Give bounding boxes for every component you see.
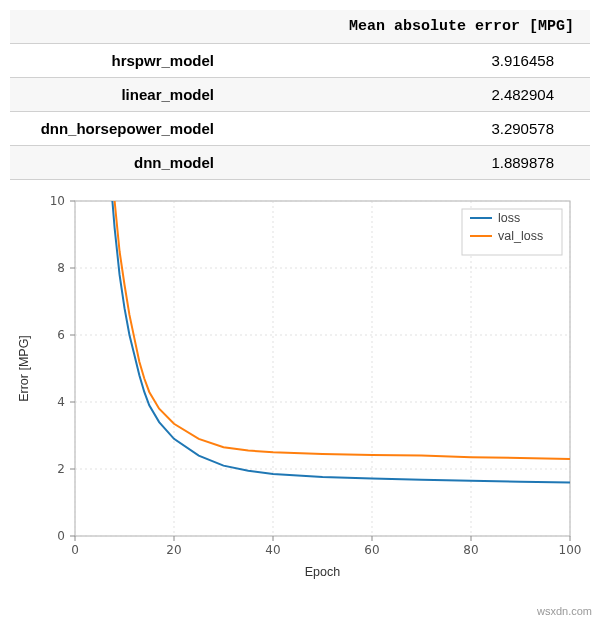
results-table: Mean absolute error [MPG] hrspwr_model3.… — [10, 10, 590, 180]
y-tick-label: 4 — [57, 395, 65, 409]
legend: lossval_loss — [462, 209, 562, 255]
y-tick-label: 0 — [57, 529, 65, 543]
row-value: 3.290578 — [230, 112, 590, 146]
table-header-mae: Mean absolute error [MPG] — [230, 10, 590, 44]
row-name: dnn_model — [10, 146, 230, 180]
y-axis-label: Error [MPG] — [17, 335, 31, 402]
row-value: 2.482904 — [230, 78, 590, 112]
table-header-empty — [10, 10, 230, 44]
x-axis-label: Epoch — [305, 565, 340, 579]
y-tick-label: 2 — [57, 462, 65, 476]
y-tick-label: 10 — [50, 194, 65, 208]
row-value: 1.889878 — [230, 146, 590, 180]
x-tick-label: 80 — [463, 543, 478, 557]
row-value: 3.916458 — [230, 44, 590, 78]
x-tick-label: 40 — [265, 543, 280, 557]
x-tick-label: 100 — [559, 543, 582, 557]
training-loss-chart: 0204060801000246810EpochError [MPG]lossv… — [10, 186, 590, 586]
row-name: linear_model — [10, 78, 230, 112]
table-row: dnn_model1.889878 — [10, 146, 590, 180]
x-tick-label: 0 — [71, 543, 79, 557]
y-tick-label: 8 — [57, 261, 65, 275]
x-tick-label: 20 — [166, 543, 181, 557]
x-tick-label: 60 — [364, 543, 379, 557]
table-row: hrspwr_model3.916458 — [10, 44, 590, 78]
legend-label: loss — [498, 211, 520, 225]
y-tick-label: 6 — [57, 328, 65, 342]
table-row: linear_model2.482904 — [10, 78, 590, 112]
row-name: hrspwr_model — [10, 44, 230, 78]
table-row: dnn_horsepower_model3.290578 — [10, 112, 590, 146]
row-name: dnn_horsepower_model — [10, 112, 230, 146]
legend-label: val_loss — [498, 229, 543, 243]
